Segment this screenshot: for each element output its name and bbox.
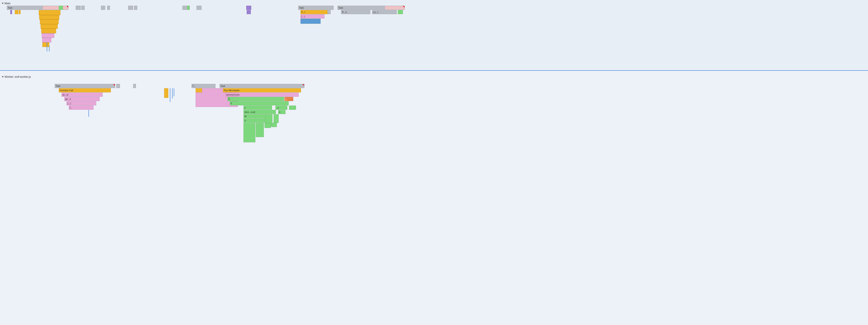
worker-green-tall-2[interactable] — [256, 123, 264, 137]
main-fi-label: F...l — [302, 11, 305, 13]
worker-task-t[interactable]: T... — [191, 84, 215, 88]
worker-task-big[interactable]: Task — [220, 84, 304, 88]
main-v-marker-2 — [49, 46, 50, 52]
main-paren-block[interactable]: (...) — [301, 14, 324, 19]
main-gold-col-4[interactable] — [40, 24, 58, 29]
worker-task-big-corner — [302, 84, 304, 86]
worker-lt[interactable]: lt — [230, 101, 289, 106]
worker-func-call-label: Function Call — [60, 89, 73, 92]
main-blue-block[interactable] — [301, 19, 320, 24]
main-task-mid-2[interactable] — [196, 6, 202, 10]
worker-green-sm-1[interactable] — [289, 106, 296, 110]
main-section-header[interactable]: Main — [2, 2, 10, 5]
worker-anons-label: (a...s) — [62, 93, 68, 96]
worker-anonymous[interactable]: (anonymous) — [225, 93, 299, 97]
main-task-1-label: Task — [8, 7, 12, 9]
main-green-mid[interactable] — [187, 6, 189, 10]
worker-green-tall-1[interactable] — [244, 123, 255, 142]
worker-e-label: _e — [276, 107, 279, 109]
main-gold-sm-1[interactable] — [15, 10, 18, 14]
main-task-sm-5[interactable] — [128, 6, 133, 10]
worker-green-mid-1[interactable] — [265, 123, 271, 128]
worker-ft-paren[interactable]: (... — [284, 97, 293, 101]
worker-V[interactable]: V — [244, 119, 267, 123]
worker-ft[interactable]: ft — [227, 97, 284, 101]
worker-gold-v[interactable] — [164, 88, 168, 98]
worker-f[interactable]: f... — [69, 106, 93, 110]
main-green-1[interactable] — [59, 6, 63, 10]
worker-green-mid-2[interactable] — [272, 123, 277, 127]
main-task-1-hatch — [43, 6, 68, 10]
worker-paren-label: (...) — [67, 102, 71, 105]
worker-v-blue-3 — [174, 88, 174, 96]
worker-o-label: o — [279, 111, 280, 113]
main-task-sm-6[interactable] — [134, 6, 137, 10]
main-gold-bottom[interactable] — [42, 42, 49, 47]
main-task-right-2-corner — [403, 6, 404, 8]
main-green-right[interactable] — [398, 10, 403, 14]
main-task-sm-2[interactable] — [82, 6, 85, 10]
main-gold-col-5[interactable] — [41, 29, 56, 33]
main-task-right-1-label: Task — [299, 7, 304, 9]
worker-gold-sm[interactable] — [196, 88, 202, 92]
worker-task-1-corner — [113, 84, 115, 86]
main-task-right-2[interactable]: Task — [337, 6, 405, 10]
worker-z[interactable]: z — [244, 106, 272, 110]
main-fi-block[interactable]: F...l — [301, 10, 330, 14]
main-task-right-2-label: Task — [338, 7, 343, 9]
main-section-bg — [0, 0, 868, 71]
main-task-right-2-hatch — [385, 6, 404, 10]
main-gold-sm-2[interactable] — [19, 10, 21, 14]
worker-green-sc-2[interactable] — [274, 114, 279, 123]
worker-f-label: f... — [70, 107, 72, 109]
worker-task-1[interactable]: Task — [55, 84, 115, 88]
worker-section-label: Worker: exif-worker.js — [5, 75, 31, 79]
main-pink-2[interactable] — [42, 38, 51, 42]
main-collapse-icon — [2, 3, 4, 4]
worker-task-t-label: T... — [192, 85, 195, 87]
worker-V-label: V — [244, 119, 246, 122]
main-gray-marker[interactable] — [328, 10, 331, 14]
main-task-right-1[interactable]: Task — [298, 6, 334, 10]
main-task-sm-4[interactable] — [107, 6, 110, 10]
worker-anous-label: (ano...ous) — [244, 111, 255, 113]
main-re-label: R...e — [342, 11, 347, 13]
main-gold-col-2[interactable] — [39, 15, 59, 20]
main-purple-top[interactable] — [246, 6, 251, 10]
worker-gee[interactable]: ge...e — [64, 97, 100, 101]
timeline-container: Main Task Task Task — [0, 0, 868, 325]
worker-o[interactable]: o — [278, 110, 285, 114]
main-task-sm-1[interactable] — [76, 6, 81, 10]
main-v-marker-1 — [47, 42, 47, 52]
main-lat-label: La...t — [373, 11, 378, 13]
worker-gee-label: ge...e — [65, 98, 71, 100]
section-divider — [0, 70, 868, 71]
worker-section-header[interactable]: Worker: exif-worker.js — [2, 75, 31, 79]
worker-run-micro-label: Run Microtasks — [224, 89, 240, 92]
worker-v-blue-1 — [170, 88, 170, 102]
worker-z-label: z — [244, 107, 246, 109]
worker-task-sm-2[interactable] — [133, 84, 136, 88]
main-re-block[interactable]: R...e — [341, 10, 370, 14]
main-purple-mid[interactable] — [247, 10, 251, 14]
worker-anous[interactable]: (ano...ous) — [244, 110, 276, 114]
worker-task-big-label: Task — [220, 85, 225, 87]
worker-run-micro[interactable]: Run Microtasks — [223, 88, 301, 92]
worker-paren[interactable]: (...) — [67, 101, 96, 106]
worker-func-call[interactable]: Function Call — [59, 88, 111, 92]
main-gold-col-1[interactable] — [39, 10, 60, 15]
worker-task-sm-1[interactable] — [116, 84, 120, 88]
main-purple-sm[interactable] — [10, 10, 12, 14]
worker-anons[interactable]: (a...s) — [62, 93, 102, 97]
main-lat-block[interactable]: La...t — [372, 10, 397, 14]
worker-W-label: W — [244, 115, 246, 118]
main-task-sm-3[interactable] — [101, 6, 105, 10]
main-section-label: Main — [5, 2, 10, 5]
main-task-1-corner — [66, 6, 68, 8]
main-pink-1[interactable] — [42, 33, 54, 38]
worker-blue-marker — [89, 110, 89, 117]
main-gold-col-3[interactable] — [40, 20, 59, 24]
worker-lt-label: lt — [231, 102, 232, 105]
worker-task-1-label: Task — [56, 85, 60, 87]
worker-e[interactable]: _e — [275, 106, 287, 110]
